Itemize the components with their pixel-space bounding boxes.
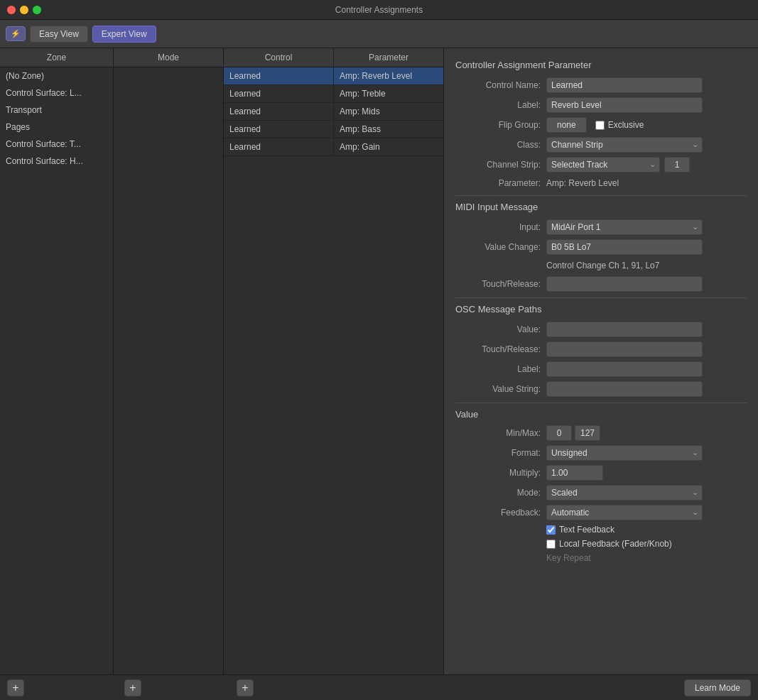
control-row[interactable]: LearnedAmp: Treble xyxy=(224,85,443,103)
zone-list-item[interactable]: Transport xyxy=(0,102,113,119)
channel-strip-row: Channel Strip: Selected Track xyxy=(455,157,747,173)
channel-strip-select[interactable]: Selected Track xyxy=(546,157,660,173)
control-cell-param: Amp: Gain xyxy=(334,138,443,155)
text-feedback-checkbox[interactable] xyxy=(546,525,556,535)
expert-view-button[interactable]: Expert View xyxy=(92,26,156,43)
control-name-input[interactable] xyxy=(546,77,703,93)
parameter-value: Amp: Reverb Level xyxy=(546,177,619,190)
class-row: Class: Channel Strip xyxy=(455,137,747,153)
flip-group-controls: none Exclusive xyxy=(546,117,644,133)
key-repeat-row: Key Repeat xyxy=(455,553,747,563)
text-feedback-checkbox-wrap: Text Feedback xyxy=(546,525,614,535)
text-feedback-label: Text Feedback xyxy=(559,525,614,535)
channel-strip-number[interactable] xyxy=(664,157,690,173)
control-cell-control: Learned xyxy=(224,103,334,120)
assignment-section-title: Controller Assignment Parameter xyxy=(455,60,747,70)
multiply-row: Multiply: xyxy=(455,465,747,481)
local-feedback-row: Local Feedback (Fader/Knob) xyxy=(455,539,747,549)
close-button[interactable] xyxy=(7,6,16,14)
value-change-desc-row: Control Change Ch 1, 91, Lo7 xyxy=(455,259,747,272)
multiply-input[interactable] xyxy=(546,465,603,481)
maximize-button[interactable] xyxy=(33,6,41,14)
class-select-wrapper: Channel Strip xyxy=(546,137,703,153)
max-input[interactable] xyxy=(575,425,600,441)
control-cell-control: Learned xyxy=(224,85,334,102)
control-row[interactable]: LearnedAmp: Bass xyxy=(224,121,443,138)
midi-input-row: Input: MidAir Port 1 xyxy=(455,219,747,235)
exclusive-label: Exclusive xyxy=(608,120,644,130)
control-row[interactable]: LearnedAmp: Gain xyxy=(224,138,443,156)
label-input[interactable] xyxy=(546,97,703,113)
zone-list-item[interactable]: Pages xyxy=(0,119,113,136)
zone-list-item[interactable]: Control Surface: H... xyxy=(0,153,113,170)
format-select[interactable]: Unsigned xyxy=(546,445,703,461)
exclusive-checkbox-row: Exclusive xyxy=(595,120,644,130)
class-label: Class: xyxy=(455,140,541,150)
add-control-button[interactable]: + xyxy=(237,679,254,696)
zone-list-item[interactable]: Control Surface: L... xyxy=(0,84,113,102)
parameter-label: Parameter: xyxy=(455,178,541,188)
format-select-wrapper: Unsigned xyxy=(546,445,703,461)
midi-section-title: MIDI Input Message xyxy=(455,202,747,212)
local-feedback-label: Local Feedback (Fader/Knob) xyxy=(559,539,672,549)
osc-value-row: Value: xyxy=(455,322,747,337)
minmax-label: Min/Max: xyxy=(455,428,541,438)
control-cell-param: Amp: Reverb Level xyxy=(334,67,443,84)
zone-list-item[interactable]: Control Surface: T... xyxy=(0,136,113,153)
osc-value-string-row: Value String: xyxy=(455,381,747,397)
osc-label-input[interactable] xyxy=(546,361,703,377)
touch-release-row: Touch/Release: xyxy=(455,276,747,292)
control-column-header: Control xyxy=(224,48,334,67)
touch-release-label: Touch/Release: xyxy=(455,279,541,289)
touch-release-input[interactable] xyxy=(546,276,703,292)
exclusive-checkbox[interactable] xyxy=(595,121,605,130)
plugin-icon-button[interactable]: ⚡ xyxy=(6,26,26,41)
control-row[interactable]: LearnedAmp: Reverb Level xyxy=(224,67,443,85)
value-change-label: Value Change: xyxy=(455,242,541,252)
mode-row: Mode: Scaled xyxy=(455,485,747,501)
channel-strip-controls: Selected Track xyxy=(546,157,690,173)
zone-list-item[interactable]: (No Zone) xyxy=(0,67,113,84)
control-name-label: Control Name: xyxy=(455,80,541,90)
class-select[interactable]: Channel Strip xyxy=(546,137,703,153)
osc-touch-input[interactable] xyxy=(546,341,703,357)
value-change-input[interactable] xyxy=(546,239,703,255)
flip-group-label: Flip Group: xyxy=(455,120,541,130)
toolbar: ⚡ Easy View Expert View xyxy=(0,20,758,48)
osc-touch-row: Touch/Release: xyxy=(455,341,747,357)
value-change-row: Value Change: xyxy=(455,239,747,255)
learn-mode-button[interactable]: Learn Mode xyxy=(684,679,751,696)
mode-select[interactable]: Scaled xyxy=(546,485,703,501)
flip-group-row: Flip Group: none Exclusive xyxy=(455,117,747,133)
control-name-row: Control Name: xyxy=(455,77,747,93)
control-row[interactable]: LearnedAmp: Mids xyxy=(224,103,443,121)
add-zone-button[interactable]: + xyxy=(7,679,24,696)
local-feedback-checkbox[interactable] xyxy=(546,540,556,549)
feedback-select-wrapper: Automatic xyxy=(546,505,703,520)
midi-input-select[interactable]: MidAir Port 1 xyxy=(546,219,703,235)
control-panel: Control Parameter LearnedAmp: Reverb Lev… xyxy=(224,48,444,674)
window-controls xyxy=(7,6,41,14)
format-label: Format: xyxy=(455,448,541,458)
min-input[interactable] xyxy=(546,425,572,441)
mode-select-wrapper: Scaled xyxy=(546,485,703,501)
osc-section-title: OSC Message Paths xyxy=(455,304,747,315)
osc-value-string-label: Value String: xyxy=(455,384,541,394)
mode-list xyxy=(114,67,223,674)
minimize-button[interactable] xyxy=(20,6,28,14)
osc-value-string-input[interactable] xyxy=(546,381,703,397)
mode-panel-header: Mode xyxy=(114,48,223,67)
local-feedback-checkbox-wrap: Local Feedback (Fader/Knob) xyxy=(546,539,672,549)
feedback-select[interactable]: Automatic xyxy=(546,505,703,520)
easy-view-button[interactable]: Easy View xyxy=(30,26,88,43)
control-cell-control: Learned xyxy=(224,121,334,138)
mode-panel: Mode xyxy=(114,48,224,674)
flip-group-value-button[interactable]: none xyxy=(546,117,587,133)
right-panel: Controller Assignment Parameter Control … xyxy=(444,48,758,674)
osc-value-input[interactable] xyxy=(546,322,703,337)
bottom-bar: + + + Learn Mode xyxy=(0,674,758,700)
parameter-column-header: Parameter xyxy=(334,48,443,67)
zone-list: (No Zone)Control Surface: L...TransportP… xyxy=(0,67,113,674)
add-mode-button[interactable]: + xyxy=(124,679,141,696)
text-feedback-row: Text Feedback xyxy=(455,525,747,535)
